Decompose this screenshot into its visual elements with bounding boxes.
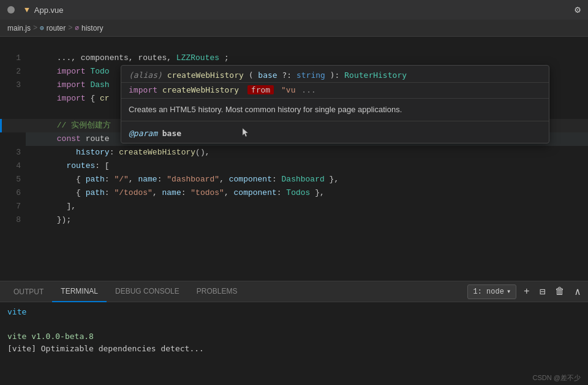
tooltip-param-name: base xyxy=(258,71,277,80)
mouse-cursor-icon xyxy=(241,127,250,138)
code-content[interactable]: ..., components, routes, LZZRoutes ; imp… xyxy=(26,37,588,281)
tab-output[interactable]: OUTPUT xyxy=(5,281,52,302)
line-num-2: 2 xyxy=(0,65,21,78)
code-token: { xyxy=(90,94,100,103)
terminal-content: vite vite v1.0.0-beta.8 [vite] Optimizab… xyxy=(0,302,588,359)
line-num-3: 3 xyxy=(0,78,21,92)
tab-terminal[interactable]: TERMINAL xyxy=(52,281,107,302)
code-token: : xyxy=(277,188,287,197)
settings-icon[interactable]: ⚙ xyxy=(575,4,581,16)
tooltip-param-base: base xyxy=(162,129,181,138)
split-terminal-button[interactable]: ⊟ xyxy=(537,284,548,299)
line-numbers: 1 2 3 3 4 5 6 7 8 xyxy=(0,37,26,281)
tooltip-param-section: @param base xyxy=(121,121,549,143)
code-kw: import xyxy=(57,67,91,76)
code-token: Dash xyxy=(90,80,109,90)
term-line-3: [vite] Optimizable dependencies detect..… xyxy=(7,343,581,355)
code-token: route xyxy=(86,134,110,143)
code-line-blank2 xyxy=(26,213,588,227)
autocomplete-tooltip: (alias) createWebHistory ( base ?: strin… xyxy=(121,65,549,143)
code-fn: createWebHistory xyxy=(119,148,195,157)
terminal-tabs: OUTPUT TERMINAL DEBUG CONSOLE PROBLEMS 1… xyxy=(0,281,588,302)
tooltip-desc-text: Creates an HTML5 history. Most common hi… xyxy=(129,105,402,114)
tooltip-description: Creates an HTML5 history. Most common hi… xyxy=(121,99,549,121)
term-line-2: vite v1.0.0-beta.8 xyxy=(7,330,581,343)
code-token: ) xyxy=(200,148,205,157)
code-token: ], xyxy=(57,202,76,211)
code-token: { xyxy=(57,175,86,184)
line-num-5 xyxy=(0,105,21,119)
code-token: cr xyxy=(100,94,110,103)
code-token: Todo xyxy=(90,67,109,76)
tooltip-alias-label: (alias) xyxy=(129,71,162,80)
code-token: ..., components, routes, xyxy=(57,53,176,63)
vue-icon: ▼ xyxy=(24,6,29,15)
line-num-10: 5 xyxy=(0,173,21,186)
line-num-4 xyxy=(0,92,21,105)
code-token xyxy=(57,148,76,157)
title-bar: ▼ App.vue ⚙ xyxy=(0,0,588,20)
code-comment: // 实例创建方 xyxy=(57,121,111,130)
add-terminal-button[interactable]: + xyxy=(521,285,532,299)
history-icon: ⌀ xyxy=(75,24,79,32)
code-token: ; xyxy=(219,53,229,63)
tab-filename[interactable]: App.vue xyxy=(34,6,64,15)
window-dot xyxy=(7,6,15,13)
line-num-13: 8 xyxy=(0,213,21,227)
breadcrumb-sep-2: > xyxy=(68,24,72,32)
tooltip-import-kw: import xyxy=(129,85,162,94)
code-token: ( xyxy=(195,148,200,157)
code-classname: Dashboard xyxy=(282,175,325,184)
tooltip-ellipsis: ... xyxy=(301,85,315,94)
code-prop: path xyxy=(86,188,105,197)
code-line-route1: { path: "/", name: "dashboard", componen… xyxy=(26,159,588,173)
code-line-top: ..., components, routes, LZZRoutes ; xyxy=(26,38,588,51)
line-num-12: 7 xyxy=(0,200,21,213)
code-prop: component xyxy=(234,188,277,197)
code-prop: name xyxy=(138,175,157,184)
watermark: CSDN @差不少 xyxy=(533,373,581,383)
code-token: , xyxy=(205,148,210,157)
tab-problems[interactable]: PROBLEMS xyxy=(188,281,246,302)
delete-terminal-button[interactable]: 🗑 xyxy=(552,284,567,299)
code-token: : xyxy=(157,175,167,184)
editor-area: 1 2 3 3 4 5 6 7 8 ..., components, route… xyxy=(0,37,588,281)
tooltip-return-type: RouterHistory xyxy=(344,71,407,80)
line-num-9: 4 xyxy=(0,159,21,173)
tab-debug-console[interactable]: DEBUG CONSOLE xyxy=(107,281,188,302)
code-token: { xyxy=(57,188,86,197)
router-circle-icon: ⊙ xyxy=(40,24,44,32)
code-prop: name xyxy=(162,188,181,197)
breadcrumb-history[interactable]: history xyxy=(81,24,103,32)
code-token: LZZRoutes xyxy=(176,53,219,63)
code-token: , xyxy=(224,188,234,197)
code-prop: routes xyxy=(66,161,95,170)
breadcrumb-file[interactable]: main.js xyxy=(7,24,31,32)
terminal-controls: 1: node ▾ + ⊟ 🗑 ∧ xyxy=(467,284,583,299)
tooltip-param-type: string xyxy=(296,71,325,80)
breadcrumb-router[interactable]: router xyxy=(47,24,66,32)
line-num-6 xyxy=(0,119,21,132)
term-line-blank xyxy=(7,318,581,330)
code-token: }, xyxy=(325,175,339,184)
tooltip-import: import createWebHistory from "vu ... xyxy=(121,83,549,99)
code-str: "dashboard" xyxy=(167,175,219,184)
line-num-1: 1 xyxy=(0,51,21,65)
code-kw: import xyxy=(57,94,91,103)
collapse-terminal-button[interactable]: ∧ xyxy=(572,284,583,299)
term-line-1: vite xyxy=(7,306,581,318)
code-token: }); xyxy=(57,215,71,224)
code-prop: history xyxy=(76,148,110,157)
code-token: : xyxy=(105,188,115,197)
line-num-11: 6 xyxy=(0,186,21,200)
tooltip-params: ( xyxy=(249,71,254,80)
code-token: }, xyxy=(310,188,324,197)
node-selector[interactable]: 1: node ▾ xyxy=(467,284,516,299)
tooltip-return: ): xyxy=(330,71,344,80)
node-selector-label: 1: node xyxy=(473,288,503,296)
code-kw: import xyxy=(57,80,91,90)
term-text: vite xyxy=(7,307,26,316)
code-classname: Todos xyxy=(286,188,310,197)
code-token: , xyxy=(153,188,162,197)
code-token: : xyxy=(272,175,282,184)
